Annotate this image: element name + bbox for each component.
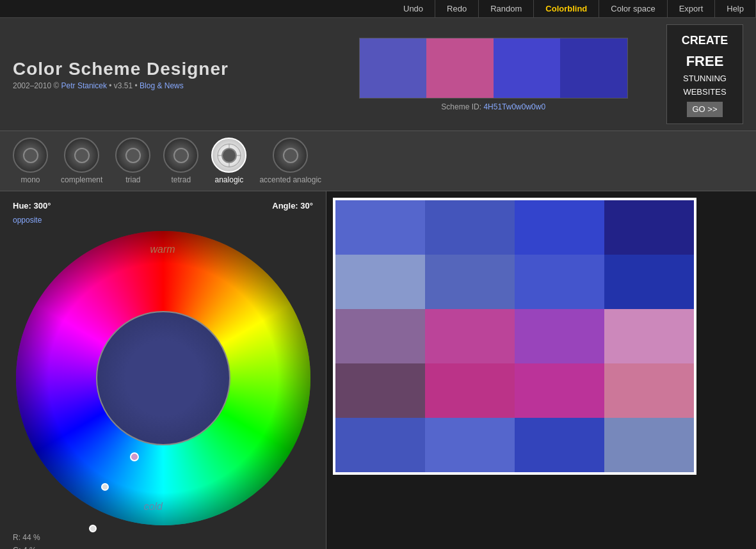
grid-cell-8 [335,309,425,363]
hue-value: 300° [34,201,51,211]
preview-color-3 [494,38,561,98]
cold-label: cold [144,501,163,513]
header-center: Scheme ID: 4H51Tw0w0w0w0 [334,38,654,111]
grid-cell-1 [425,200,515,255]
color-preview-bar [359,38,628,99]
opposite-link[interactable]: opposite [13,216,313,225]
grid-cell-9 [425,309,515,363]
scheme-accented[interactable]: accented analogic [259,138,321,184]
grid-cell-3 [604,200,694,255]
angle-value: 30° [300,201,313,211]
preview-color-2 [426,38,494,98]
scheme-accented-icon [273,138,308,173]
nav-help[interactable]: Help [715,0,756,17]
scheme-id-link[interactable]: 4H51Tw0w0w0w0 [483,102,545,111]
grid-cell-17 [425,418,515,472]
grid-cell-12 [335,363,425,418]
scheme-selector: mono complement triad tetrad analogic ac… [0,131,756,191]
app-title: Color Scheme Designer [13,59,334,79]
grid-cell-7 [604,255,694,309]
scheme-id-label: Scheme ID: [441,102,481,111]
hue-display: Hue: 300° [13,201,51,211]
scheme-id: Scheme ID: 4H51Tw0w0w0w0 [441,102,545,111]
scheme-triad-label: triad [125,175,140,184]
rgb-g: G: 4 % [13,545,40,549]
wheel-dot-1[interactable] [130,452,139,461]
grid-cell-13 [425,363,515,418]
angle-label: Angle: [272,201,298,211]
right-panel: Show sample text [326,191,756,549]
cta-banner: CREATE FREE STUNNING WEBSITES GO >> [666,24,743,124]
cta-stunning: STUNNING [673,72,736,86]
hue-angle-row: Hue: 300° Angle: 30° [13,201,313,211]
grid-cell-4 [335,255,425,309]
scheme-triad[interactable]: triad [115,138,150,184]
nav-random[interactable]: Random [479,0,534,17]
left-panel: Hue: 300° Angle: 30° opposite warm cold [0,191,326,549]
grid-cell-19 [604,418,694,472]
grid-cell-15 [604,363,694,418]
hue-label: Hue: [13,201,31,211]
color-wheel-container[interactable]: warm cold [16,231,310,525]
grid-cell-6 [515,255,604,309]
header: Color Scheme Designer 2002–2010 © Petr S… [0,18,756,131]
scheme-analogic[interactable]: analogic [211,138,246,184]
scheme-tetrad-icon [163,138,198,173]
scheme-complement-icon [64,138,99,173]
scheme-tetrad[interactable]: tetrad [163,138,198,184]
scheme-complement-label: complement [61,175,102,184]
grid-cell-0 [335,200,425,255]
analogic-svg [216,143,242,168]
grid-cell-11 [604,309,694,363]
scheme-analogic-icon [211,138,246,173]
author-link[interactable]: Petr Stanicek [61,81,107,90]
nav-redo[interactable]: Redo [435,0,479,17]
preview-color-1 [360,38,427,98]
warm-label: warm [150,244,175,255]
svg-point-1 [223,149,236,162]
scheme-accented-label: accented analogic [259,175,321,184]
scheme-complement[interactable]: complement [61,138,102,184]
cta-websites: WEBSITES [673,86,736,99]
scheme-mono-icon [13,138,48,173]
cta-go-button[interactable]: GO >> [687,102,722,118]
rgb-values: R: 44 % G: 4 % B: 67 % [13,532,40,549]
scheme-tetrad-label: tetrad [172,175,191,184]
rgb-readout: R: 44 % G: 4 % B: 67 % RGB: 7109AA [13,532,313,549]
scheme-analogic-label: analogic [215,175,244,184]
nav-undo[interactable]: Undo [392,0,435,17]
app-subtitle: 2002–2010 © Petr Stanicek • v3.51 • Blog… [13,81,334,90]
color-grid-wrapper [333,198,696,475]
version-text: • v3.51 • [109,81,137,90]
nav-colorblind[interactable]: Colorblind [534,0,599,17]
blog-link[interactable]: Blog & News [140,81,184,90]
cta-free: FREE [673,50,736,72]
grid-cell-5 [425,255,515,309]
subtitle-prefix: 2002–2010 © [13,81,61,90]
grid-cell-18 [515,418,604,472]
header-left: Color Scheme Designer 2002–2010 © Petr S… [13,59,334,90]
angle-display: Angle: 30° [272,201,313,211]
grid-cell-2 [515,200,604,255]
wheel-dot-2[interactable] [101,483,109,491]
grid-cell-10 [515,309,604,363]
main-content: Hue: 300° Angle: 30° opposite warm cold [0,191,756,549]
svg-point-4 [227,153,232,158]
wheel-center [96,311,230,445]
rgb-r: R: 44 % [13,532,40,544]
cta-create: CREATE [673,31,736,50]
scheme-mono-label: mono [20,175,40,184]
top-navigation: Undo Redo Random Colorblind Color space … [0,0,756,18]
wheel-dot-3[interactable] [89,525,97,532]
scheme-triad-icon [115,138,150,173]
scheme-mono[interactable]: mono [13,138,48,184]
preview-color-4 [560,38,627,98]
grid-cell-16 [335,418,425,472]
grid-cell-14 [515,363,604,418]
nav-export[interactable]: Export [668,0,716,17]
color-grid [335,200,694,472]
nav-colorspace[interactable]: Color space [599,0,667,17]
